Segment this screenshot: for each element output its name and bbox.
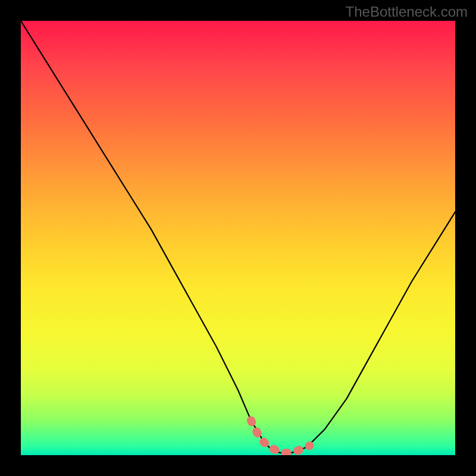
plot-area — [21, 21, 455, 455]
optimal-range-marker — [21, 21, 455, 455]
chart-frame: TheBottleneck.com — [0, 0, 476, 476]
watermark-text: TheBottleneck.com — [346, 4, 468, 20]
